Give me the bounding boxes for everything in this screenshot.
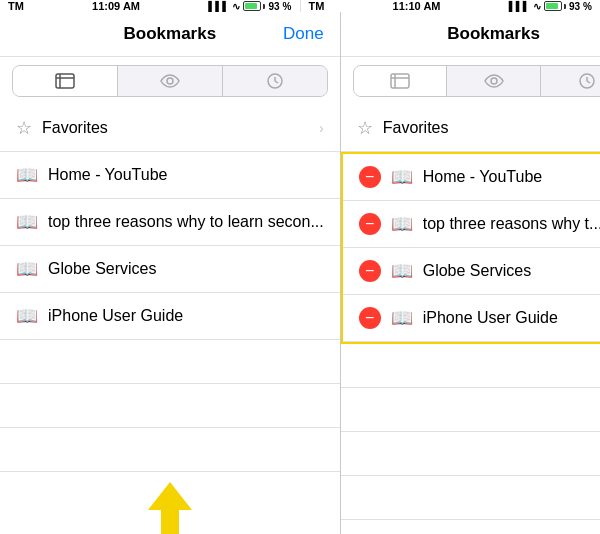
- status-icons-left: ▌▌▌ ∿ 93%: [208, 1, 291, 12]
- svg-rect-0: [56, 74, 74, 88]
- left-youtube-item[interactable]: 📖 Home - YouTube: [0, 152, 340, 199]
- left-history-tab[interactable]: [222, 66, 327, 96]
- iphone-label: iPhone User Guide: [48, 307, 324, 325]
- right-favorites-label: Favorites: [383, 119, 600, 137]
- right-book-icon-4: 📖: [391, 307, 413, 329]
- right-panel-title: Bookmarks: [447, 24, 540, 44]
- left-panel-header: Bookmarks Done: [0, 12, 340, 57]
- right-toptree-label: top three reasons why t...: [423, 215, 600, 233]
- battery-pct-left: 93: [268, 1, 279, 12]
- right-globe-item[interactable]: − 📖 Globe Services ≡: [343, 248, 600, 295]
- right-globe-label: Globe Services: [423, 262, 600, 280]
- left-bookmarks-tab[interactable]: [13, 66, 117, 96]
- left-reading-tab[interactable]: [117, 66, 222, 96]
- status-icons-right: ▌▌▌ ∿ 93%: [509, 1, 592, 12]
- youtube-label: Home - YouTube: [48, 166, 324, 184]
- right-book-icon-3: 📖: [391, 260, 413, 282]
- left-favorites-item[interactable]: ☆ Favorites ›: [0, 105, 340, 152]
- svg-point-10: [491, 78, 497, 84]
- left-segment-control: [12, 65, 328, 97]
- left-toptree-item[interactable]: 📖 top three reasons why to learn secon..…: [0, 199, 340, 246]
- favorites-label: Favorites: [42, 119, 315, 137]
- book-icon-3: 📖: [16, 258, 38, 280]
- right-history-tab[interactable]: [540, 66, 600, 96]
- delete-globe-btn[interactable]: −: [359, 260, 381, 282]
- svg-line-6: [275, 81, 278, 83]
- edit-mode-highlight: − 📖 Home - YouTube › ≡ − 📖 top three rea…: [341, 152, 600, 344]
- left-globe-item[interactable]: 📖 Globe Services: [0, 246, 340, 293]
- chevron-icon: ›: [319, 120, 324, 136]
- toptree-label: top three reasons why to learn secon...: [48, 213, 324, 231]
- arrow-up-indicator: [148, 482, 192, 534]
- book-icon: 📖: [16, 164, 38, 186]
- star-icon: ☆: [16, 117, 32, 139]
- battery-left: [243, 1, 265, 11]
- svg-point-3: [167, 78, 173, 84]
- right-book-icon-2: 📖: [391, 213, 413, 235]
- time-left: 11:09 AM: [92, 0, 140, 12]
- right-iphone-label: iPhone User Guide: [423, 309, 600, 327]
- right-youtube-label: Home - YouTube: [423, 168, 600, 186]
- right-star-icon: ☆: [357, 117, 373, 139]
- right-iphone-item[interactable]: − 📖 iPhone User Guide ≡: [343, 295, 600, 342]
- battery-right: [544, 1, 566, 11]
- globe-label: Globe Services: [48, 260, 324, 278]
- delete-youtube-btn[interactable]: −: [359, 166, 381, 188]
- carrier-left: TM: [8, 0, 24, 12]
- book-icon-4: 📖: [16, 305, 38, 327]
- svg-line-13: [587, 81, 590, 83]
- right-bookmarks-tab[interactable]: [354, 66, 447, 96]
- right-reading-tab[interactable]: [446, 66, 540, 96]
- wifi-icon-left: ∿: [232, 1, 240, 12]
- left-bookmarks-list: ☆ Favorites › 📖 Home - YouTube 📖 top thr…: [0, 105, 340, 472]
- carrier-right: TM: [309, 0, 325, 12]
- left-panel-title: Bookmarks: [124, 24, 217, 44]
- signal-icon-right: ▌▌▌: [509, 1, 530, 12]
- signal-icon-left: ▌▌▌: [208, 1, 229, 12]
- left-iphone-item[interactable]: 📖 iPhone User Guide: [0, 293, 340, 340]
- delete-iphone-btn[interactable]: −: [359, 307, 381, 329]
- wifi-icon-right: ∿: [533, 1, 541, 12]
- svg-rect-7: [391, 74, 409, 88]
- right-panel-header: Bookmarks: [341, 12, 600, 57]
- book-icon-2: 📖: [16, 211, 38, 233]
- right-bookmarks-list: ☆ Favorites − 📖 Home - YouTube › ≡ − 📖 t…: [341, 105, 600, 534]
- right-youtube-item[interactable]: − 📖 Home - YouTube › ≡: [343, 154, 600, 201]
- delete-toptree-btn[interactable]: −: [359, 213, 381, 235]
- left-done-button[interactable]: Done: [283, 24, 324, 44]
- battery-pct-right: 93: [569, 1, 580, 12]
- right-book-icon: 📖: [391, 166, 413, 188]
- right-favorites-item[interactable]: ☆ Favorites: [341, 105, 600, 152]
- right-segment-control: [353, 65, 600, 97]
- time-right: 11:10 AM: [393, 0, 441, 12]
- right-toptree-item[interactable]: − 📖 top three reasons why t... › ≡: [343, 201, 600, 248]
